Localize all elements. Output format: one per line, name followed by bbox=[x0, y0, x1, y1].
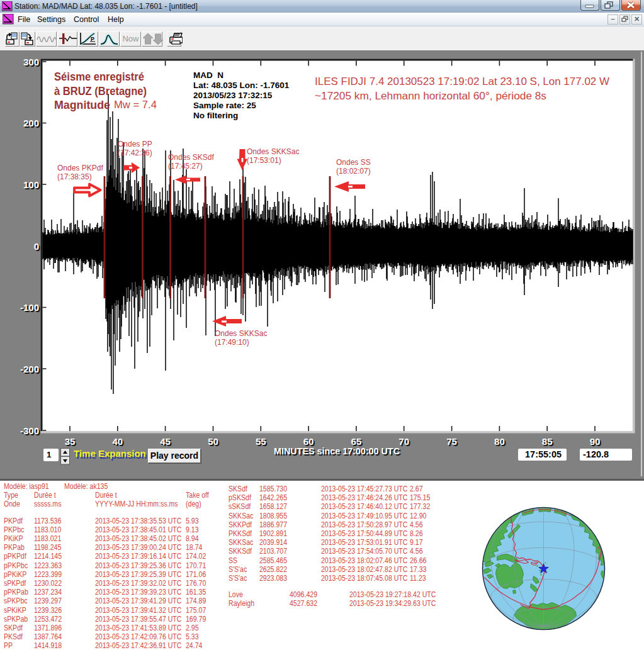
svg-text:Ondes PP: Ondes PP bbox=[118, 140, 152, 148]
svg-text:(18:02:07): (18:02:07) bbox=[336, 167, 371, 176]
svg-text:Ondes SKKSac: Ondes SKKSac bbox=[215, 329, 267, 338]
svg-text:-100: -100 bbox=[20, 302, 39, 313]
svg-text:90: 90 bbox=[590, 436, 601, 447]
svg-text:(17:53:01): (17:53:01) bbox=[247, 156, 281, 165]
svg-text:No filtering: No filtering bbox=[193, 111, 238, 120]
svg-text:55: 55 bbox=[256, 436, 266, 447]
svg-text:(17:42:36): (17:42:36) bbox=[118, 148, 152, 157]
svg-text:300: 300 bbox=[23, 57, 39, 67]
svg-text:Sample rate: 25: Sample rate: 25 bbox=[193, 101, 256, 110]
svg-text:40: 40 bbox=[112, 436, 123, 447]
svg-text:50: 50 bbox=[208, 436, 218, 447]
svg-text:35: 35 bbox=[65, 436, 76, 447]
svg-text:(17:38:35): (17:38:35) bbox=[57, 172, 92, 181]
svg-text:Ondes SS: Ondes SS bbox=[336, 158, 371, 167]
svg-text:85: 85 bbox=[542, 436, 553, 447]
svg-text:Ondes SKKSac: Ondes SKKSac bbox=[247, 147, 299, 156]
svg-text:2013/05/23 17:32:15: 2013/05/23 17:32:15 bbox=[193, 91, 273, 100]
svg-text:Lat: 48.035 Lon: -1.7601: Lat: 48.035 Lon: -1.7601 bbox=[193, 81, 290, 90]
svg-text:MINUTES since 17:00:00 UTC: MINUTES since 17:00:00 UTC bbox=[274, 446, 400, 456]
svg-text:ILES FIDJI 7.4 20130523 17:19:: ILES FIDJI 7.4 20130523 17:19:02 Lat 23.… bbox=[315, 76, 609, 87]
svg-text:Ondes PKPdf: Ondes PKPdf bbox=[57, 164, 103, 172]
svg-text:0: 0 bbox=[34, 241, 39, 252]
svg-text:100: 100 bbox=[23, 179, 39, 190]
svg-text:Ondes SKSdf: Ondes SKSdf bbox=[168, 153, 214, 162]
svg-text:200: 200 bbox=[23, 118, 39, 128]
svg-text:(17:45:27): (17:45:27) bbox=[168, 162, 203, 171]
svg-text:75: 75 bbox=[446, 436, 457, 447]
svg-text:(17:49:10): (17:49:10) bbox=[215, 338, 249, 347]
svg-text:~17205 km, Lehmann horizontal: ~17205 km, Lehmann horizontal 60°, pério… bbox=[315, 90, 546, 101]
svg-text:70: 70 bbox=[398, 436, 409, 447]
svg-text:-300: -300 bbox=[20, 425, 39, 436]
svg-text:Mw = 7.4: Mw = 7.4 bbox=[114, 99, 157, 111]
svg-text:65: 65 bbox=[351, 436, 362, 447]
svg-text:60: 60 bbox=[303, 436, 314, 447]
svg-text:à BRUZ (Bretagne): à BRUZ (Bretagne) bbox=[54, 84, 147, 98]
svg-text:Magnitude: Magnitude bbox=[54, 98, 110, 111]
svg-text:Séisme enregistré: Séisme enregistré bbox=[54, 70, 144, 83]
svg-text:80: 80 bbox=[494, 436, 505, 447]
svg-text:-200: -200 bbox=[20, 364, 39, 374]
svg-text:MAD N: MAD N bbox=[193, 70, 223, 80]
svg-text:45: 45 bbox=[160, 436, 171, 447]
